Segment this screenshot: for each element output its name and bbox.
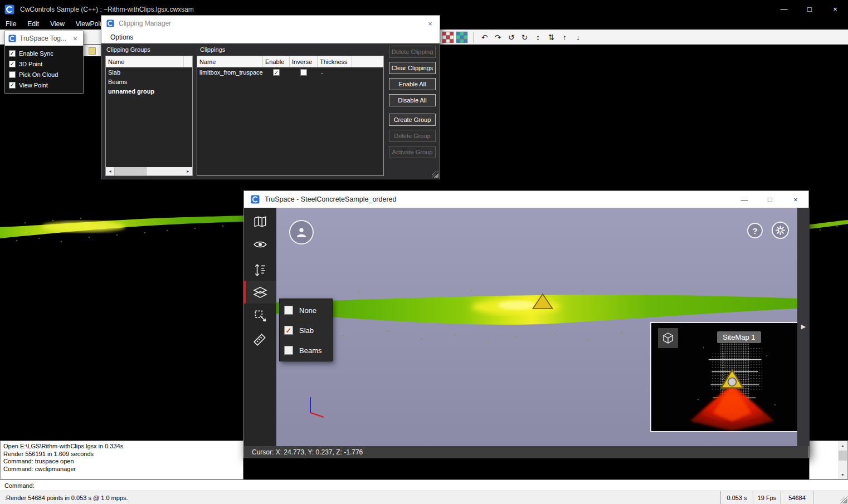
close-icon[interactable]: × bbox=[71, 35, 80, 43]
viewpoint-arrow-icon[interactable]: ⇅ bbox=[545, 31, 557, 44]
checkbox[interactable] bbox=[9, 50, 16, 57]
output-vertical-scrollbar[interactable]: ▲ ▼ bbox=[838, 441, 847, 479]
toggle-label: 3D Point bbox=[19, 61, 42, 67]
help-button[interactable]: ? bbox=[747, 223, 763, 238]
settings-button[interactable] bbox=[772, 222, 789, 239]
toggle-enable-sync[interactable]: Enable Sync bbox=[5, 48, 83, 58]
right-drawer: ▶ bbox=[797, 208, 810, 446]
clippings-list[interactable]: Name Enable Inverse Thickness limitbox_f… bbox=[197, 56, 384, 176]
checkbox[interactable] bbox=[284, 306, 293, 315]
viewpoint-arrow-icon[interactable]: ↺ bbox=[505, 31, 517, 44]
checkbox[interactable] bbox=[9, 61, 16, 67]
delete-group-button[interactable]: Delete Group bbox=[389, 130, 436, 142]
sitemap-panel[interactable]: SiteMap 1 bbox=[650, 322, 797, 432]
viewpoint-arrow-icon[interactable]: ↑ bbox=[559, 31, 571, 44]
minimize-button[interactable]: — bbox=[732, 191, 757, 208]
selected-tool-indicator bbox=[244, 281, 246, 304]
menu-file[interactable]: File bbox=[0, 18, 22, 30]
maximize-button[interactable]: □ bbox=[797, 0, 822, 18]
clip-option-slab[interactable]: Slab bbox=[280, 320, 332, 340]
enable-all-button[interactable]: Enable All bbox=[389, 78, 436, 90]
close-button[interactable]: × bbox=[822, 0, 848, 18]
checkbox[interactable] bbox=[9, 71, 16, 78]
eye-icon[interactable] bbox=[244, 233, 276, 256]
toggle-label: View Point bbox=[19, 82, 48, 89]
truspace-window: TruSpace - SteelConcreteSample_ordered —… bbox=[243, 190, 809, 458]
truspace-3d-viewport[interactable]: ? bbox=[276, 208, 797, 446]
clip-option-beams[interactable]: Beams bbox=[280, 340, 332, 360]
close-button[interactable]: × bbox=[783, 191, 808, 208]
create-group-button[interactable]: Create Group bbox=[389, 114, 436, 126]
command-input-row[interactable]: Command: bbox=[0, 479, 848, 491]
checkbox[interactable] bbox=[284, 326, 293, 335]
truspace-titlebar[interactable]: TruSpace - SteelConcreteSample_ordered —… bbox=[244, 191, 808, 208]
dialog-body: Enable Sync 3D Point Pick On Cloud View … bbox=[5, 46, 83, 93]
group-row[interactable]: Beams bbox=[106, 77, 192, 86]
clipping-manager-body: Clipping Groups Clippings Name Slab Beam… bbox=[101, 43, 440, 179]
map-icon[interactable] bbox=[244, 210, 276, 233]
measure-icon[interactable] bbox=[244, 258, 276, 281]
column-thickness: Thickness bbox=[318, 56, 352, 67]
disable-all-button[interactable]: Disable All bbox=[389, 94, 436, 106]
scroll-up-icon[interactable]: ▲ bbox=[838, 441, 847, 450]
toolbar-icons: ↶ ↷ ↺ ↻ ↕ ⇅ ↑ ↓ bbox=[442, 30, 584, 45]
toggle-pick-on-cloud[interactable]: Pick On Cloud bbox=[5, 69, 83, 80]
group-row[interactable]: Slab bbox=[106, 67, 192, 77]
checkbox[interactable] bbox=[9, 82, 16, 89]
scroll-right-icon[interactable]: ► bbox=[184, 167, 192, 175]
log-line: Open E:\LGS\Rithm-withClips.lgsx in 0.33… bbox=[3, 443, 240, 451]
main-point-cloud[interactable] bbox=[0, 208, 243, 244]
viewpoint-arrow-icon[interactable]: ↕ bbox=[532, 31, 544, 44]
inverse-checkbox[interactable] bbox=[300, 69, 307, 76]
scrollbar-track[interactable] bbox=[147, 167, 184, 175]
clipping-groups-list[interactable]: Name Slab Beams unnamed group ◄ ► bbox=[105, 56, 193, 176]
toggle-view-point[interactable]: View Point bbox=[5, 80, 83, 90]
enable-checkbox[interactable] bbox=[273, 69, 280, 76]
drawer-expand-icon[interactable]: ▶ bbox=[797, 323, 810, 330]
status-fps: 19 Fps bbox=[753, 491, 781, 504]
output-log-panel[interactable]: Open E:\LGS\Rithm-withClips.lgsx in 0.33… bbox=[0, 441, 243, 479]
scroll-down-icon[interactable]: ▼ bbox=[838, 470, 847, 479]
sitemap-mode-button[interactable] bbox=[658, 328, 678, 348]
ruler-icon[interactable] bbox=[244, 327, 276, 350]
scroll-left-icon[interactable]: ◄ bbox=[106, 167, 114, 175]
maximize-button[interactable]: □ bbox=[757, 191, 783, 208]
menu-edit[interactable]: Edit bbox=[22, 18, 45, 30]
minimize-button[interactable]: — bbox=[771, 0, 797, 18]
clipping-planes-icon[interactable] bbox=[244, 281, 276, 304]
scrollbar-thumb[interactable] bbox=[839, 451, 847, 461]
viewpoint-arrow-icon[interactable]: ↶ bbox=[479, 31, 490, 44]
color-grid-icon[interactable] bbox=[442, 31, 454, 43]
limit-box-icon[interactable] bbox=[244, 304, 276, 327]
toolbar-separator bbox=[473, 32, 474, 43]
resize-grip[interactable] bbox=[840, 496, 847, 503]
menu-options[interactable]: Options bbox=[110, 33, 133, 41]
activate-group-button[interactable]: Activate Group bbox=[389, 146, 436, 158]
viewpoint-arrow-icon[interactable]: ↓ bbox=[572, 31, 584, 44]
dialog-titlebar[interactable]: TruSpace Tog... × bbox=[5, 31, 83, 46]
sitemap-title[interactable]: SiteMap 1 bbox=[717, 331, 761, 343]
close-icon[interactable]: × bbox=[426, 19, 435, 28]
delete-clipping-button[interactable]: Delete Clipping bbox=[389, 46, 436, 58]
toolbar-partial-icon[interactable] bbox=[89, 47, 96, 55]
dialog-titlebar[interactable]: Clipping Manager × bbox=[101, 16, 440, 31]
groups-horizontal-scrollbar[interactable]: ◄ ► bbox=[106, 167, 192, 175]
viewpoint-arrow-icon[interactable]: ↻ bbox=[519, 31, 530, 44]
dialog-title: Clipping Manager bbox=[119, 19, 171, 27]
viewpoint-arrow-icon[interactable]: ↷ bbox=[492, 31, 504, 44]
menu-view[interactable]: View bbox=[45, 18, 70, 30]
group-row[interactable]: unnamed group bbox=[106, 86, 192, 96]
cube-icon bbox=[661, 331, 675, 345]
panorama-view-button[interactable] bbox=[289, 220, 314, 244]
resize-grip[interactable] bbox=[432, 171, 438, 178]
scrollbar-thumb[interactable] bbox=[114, 167, 147, 175]
clipping-row[interactable]: limitbox_from_truspace - bbox=[197, 67, 383, 77]
toggle-3d-point[interactable]: 3D Point bbox=[5, 58, 83, 69]
color-grid-icon[interactable] bbox=[456, 31, 468, 43]
clip-option-none[interactable]: None bbox=[280, 300, 332, 320]
toolbar-fragment bbox=[84, 45, 101, 56]
column-enable: Enable bbox=[263, 56, 290, 67]
log-line: Render 556191 in 1.609 seconds bbox=[3, 451, 240, 458]
checkbox[interactable] bbox=[284, 346, 293, 355]
clear-clippings-button[interactable]: Clear Clippings bbox=[389, 62, 436, 74]
